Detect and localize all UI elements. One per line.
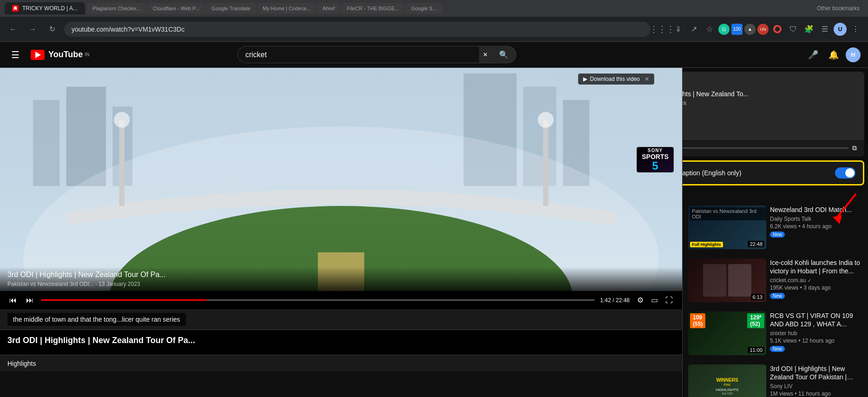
svg-rect-2 [33, 100, 59, 186]
svg-rect-12 [543, 120, 548, 206]
download-badge[interactable]: ▶ Download this video ✕ [578, 73, 654, 85]
download-close[interactable]: ✕ [644, 76, 649, 82]
notification-button[interactable]: 🔔 [825, 46, 842, 63]
svg-rect-11 [119, 120, 125, 206]
winners-overlay: WINNERS PAK HIGHLIGHTS 3rd ODI [688, 364, 766, 397]
sidebar-thumb-4: WINNERS PAK HIGHLIGHTS 3rd ODI 15:24 [688, 364, 766, 397]
playlist-button[interactable]: ☰ [818, 22, 832, 36]
yt-logo-text: YouTube [48, 50, 83, 60]
browser-popup: youtube.com 🏏 PAK HIGHLIGHTS NZ [682, 72, 864, 157]
clear-search-button[interactable]: ✕ [479, 46, 492, 63]
popup-pip-button[interactable]: ⧉ [852, 144, 857, 152]
svg-point-14 [538, 112, 553, 128]
ext3-button[interactable]: ⭕ [770, 22, 784, 36]
video-player[interactable]: SONY SPORTS 5 ▶ Download this video ✕ 3r… [0, 68, 682, 291]
yt-header: ☰ YouTube IN ✕ 🔍 🎤 🔔 H [0, 42, 868, 68]
caption-bar: the middle of town and that the tong...l… [0, 309, 682, 330]
tab-cloudflare[interactable]: Cloudflare - Web P... [147, 3, 205, 14]
download-button[interactable]: ⇓ [671, 22, 685, 36]
bookmark-button[interactable]: ☆ [703, 22, 717, 36]
sidebar-title-4: 3rd ODI | Highlights | New Zealand Tour … [770, 364, 862, 381]
play-pause-button[interactable]: ⏮ [7, 294, 19, 306]
tab-google[interactable]: Google S... [406, 3, 442, 14]
new-badge-3: New [770, 346, 785, 352]
video-player-container: SONY SPORTS 5 ▶ Download this video ✕ 3r… [0, 68, 682, 355]
ext4-button[interactable]: 🛡 [786, 22, 800, 36]
theater-button[interactable]: ▭ [649, 294, 660, 306]
tab-filecr[interactable]: FileCR - THE BIGGE... [342, 3, 405, 14]
search-button[interactable]: 🔍 [492, 46, 516, 63]
progress-bar[interactable] [41, 299, 595, 301]
popup-site: youtube.com [682, 77, 857, 84]
video-bottom-overlay: 3rd ODI | Highlights | New Zealand Tour … [0, 267, 682, 291]
forward-button[interactable]: → [25, 22, 40, 37]
popup-channel: Sony Sports Network [682, 100, 857, 106]
yt-logo[interactable]: YouTube IN [31, 50, 89, 60]
unblock-button[interactable]: UN [757, 24, 769, 35]
popup-overlay: youtube.com 🏏 PAK HIGHLIGHTS NZ [682, 68, 868, 228]
share-button[interactable]: ↗ [687, 22, 701, 36]
score-rcb: 109(55) [690, 313, 705, 328]
sony-text: SONY [648, 148, 663, 153]
tab-plagiarism[interactable]: Plagiarism Checker... [87, 3, 146, 14]
browser-menu-button[interactable]: ⋮ [848, 22, 862, 36]
search-input[interactable] [237, 46, 479, 63]
video-subtitle-overlay: Pakistan vs Newzealand 3rd ODI... · 13 J… [7, 281, 675, 287]
caption-toggle[interactable] [835, 167, 855, 179]
tab-ahref[interactable]: Ahref [317, 3, 340, 14]
tab-translate[interactable]: Google Translate [206, 3, 256, 14]
address-bar-row: ← → ↻ ⋮⋮⋮ ⇓ ↗ ☆ G 100 ▲ UN ⭕ 🛡 🧩 ☰ U ⋮ [0, 17, 868, 42]
tab-label: TRICKY WORLD | A... [22, 5, 78, 12]
hamburger-menu[interactable]: ☰ [7, 46, 23, 64]
progress-fill [41, 299, 207, 301]
time-4: 11 hours ago [798, 390, 831, 397]
arrow-svg [833, 189, 861, 226]
ext2-button[interactable]: ▲ [744, 24, 756, 35]
search-container: ✕ 🔍 [237, 46, 516, 63]
popup-vid-meta: 3rd ODI | Highlights | New Zealand To...… [682, 90, 857, 106]
time-separator: / [612, 297, 616, 304]
popup-vid-title: 3rd ODI | Highlights | New Zealand To... [682, 90, 857, 98]
grammarly-button[interactable]: G [718, 24, 730, 35]
winners-text: WINNERS PAK HIGHLIGHTS 3rd ODI [716, 377, 739, 395]
back-button[interactable]: ← [6, 22, 20, 37]
sidebar-thumb-2: 6:13 [688, 258, 766, 302]
reload-button[interactable]: ↻ [45, 22, 59, 37]
time-2: 3 days ago [803, 285, 831, 291]
current-time: 1:42 [600, 297, 611, 304]
extensions-button[interactable]: 🧩 [802, 22, 816, 36]
active-tab[interactable]: TRICKY WORLD | A... [5, 2, 85, 14]
video-area: SONY SPORTS 5 ▶ Download this video ✕ 3r… [0, 68, 682, 397]
sidebar-info-3: RCB VS GT | VIRAT ON 109 AND ABD 129 , W… [770, 311, 862, 355]
sidebar-item-3[interactable]: 109(55) 129*(52) 11:00 RCB VS GT | VIRAT… [686, 308, 864, 359]
settings-ctrl-button[interactable]: ⚙ [635, 294, 645, 306]
sony-badge: SONY SPORTS 5 [637, 147, 674, 172]
svg-rect-3 [66, 86, 106, 186]
mic-button[interactable]: 🎤 [805, 46, 822, 63]
toggle-knob [845, 168, 855, 178]
popup-progress-bar[interactable] [682, 147, 848, 149]
caption-text: the middle of town and that the tong...l… [7, 313, 186, 326]
video-main-title: 3rd ODI | Highlights | New Zealand Tour … [7, 336, 675, 345]
youtube-app: ☰ YouTube IN ✕ 🔍 🎤 🔔 H [0, 42, 868, 397]
url-input[interactable] [64, 22, 651, 37]
player2 [728, 264, 751, 297]
total-time: 22:48 [616, 297, 630, 304]
sidebar-item-4[interactable]: WINNERS PAK HIGHLIGHTS 3rd ODI 15:24 3rd… [686, 361, 864, 397]
views-2: 195K views [770, 285, 798, 291]
fullscreen-button[interactable]: ⛶ [664, 294, 675, 306]
skip-back-button[interactable]: ⏭ [24, 294, 35, 306]
sidebar-meta-4: 1M views • 11 hours ago [770, 390, 862, 397]
time-3: 12 hours ago [802, 337, 835, 344]
sidebar-item-2[interactable]: 6:13 Ice-cold Kohli launches India to vi… [686, 255, 864, 306]
highlights-bar: Highlights [0, 355, 682, 371]
profile-button[interactable]: U [834, 23, 847, 36]
counter-button[interactable]: 100 [731, 24, 743, 35]
tab-myHome[interactable]: My Home | Codeca... [257, 3, 316, 14]
google-apps-button[interactable]: ⋮⋮⋮ [655, 22, 669, 36]
popup-video-info: 🏏 PAK HIGHLIGHTS NZ 3rd ODI | Highlights… [682, 86, 857, 135]
sidebar-channel-2: cricket.com.au ✓ [770, 277, 862, 284]
new-badge-2: New [770, 293, 785, 299]
user-avatar[interactable]: H [846, 47, 861, 62]
time-display: 1:42 / 22:48 [600, 297, 630, 304]
